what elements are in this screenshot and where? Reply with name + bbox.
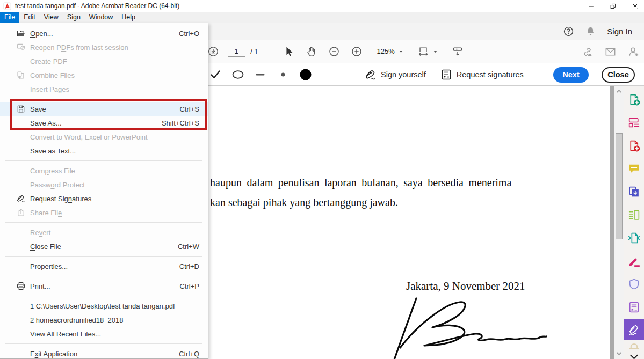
compress-pdf-icon	[627, 231, 641, 245]
sign-in-button[interactable]: Sign In	[607, 27, 632, 36]
scroll-up-icon[interactable]	[616, 88, 623, 95]
hand-tool-icon[interactable]	[306, 46, 317, 57]
document-text-line2: kan sebagai pihak yang bertanggung jawab…	[210, 196, 398, 209]
export-pdf-icon	[627, 139, 641, 152]
checkmark-icon[interactable]	[209, 68, 222, 81]
dash-tool-icon[interactable]	[254, 68, 267, 81]
toolbar-separator	[269, 44, 269, 59]
minimize-icon[interactable]	[588, 3, 595, 10]
printer-icon	[12, 281, 30, 291]
scroll-down-icon[interactable]	[616, 350, 623, 357]
menu-item-1-c-users-user-desktop-test-tanda-tangan-pdf[interactable]: 1 C:\Users\User\Desktop\test tanda tanga…	[0, 299, 208, 313]
menu-item-print[interactable]: Print...Ctrl+P	[0, 279, 208, 293]
menu-item-open[interactable]: Open...Ctrl+O	[0, 26, 208, 40]
ellipse-tool-icon[interactable]	[231, 68, 244, 81]
dot-small-icon[interactable]	[277, 68, 290, 81]
protect-pdf-icon	[627, 277, 641, 291]
envelope-icon[interactable]	[604, 46, 617, 58]
bell-icon[interactable]	[585, 26, 596, 37]
menu-item-label: Combine Files	[30, 71, 199, 79]
help-icon[interactable]	[563, 26, 574, 37]
zoom-in-icon[interactable]	[351, 46, 363, 57]
menu-item-label: Insert Pages	[30, 85, 199, 93]
pen-nib-icon	[12, 194, 30, 203]
handwritten-signature	[379, 294, 556, 359]
sidebar-tool-create-pdf[interactable]	[624, 88, 644, 111]
close-button[interactable]: Close	[602, 67, 635, 83]
organize-pages-icon	[627, 208, 641, 222]
menu-item-shortcut: Ctrl+O	[179, 30, 199, 38]
sidebar-tool-fill-sign-pencil[interactable]	[624, 250, 644, 273]
sidebar-tool-fill-and-sign[interactable]	[624, 319, 644, 340]
menu-item-label: View All Recent Files...	[30, 330, 199, 338]
sidebar-tool-edit-pdf[interactable]	[624, 111, 644, 134]
menu-item-shortcut: Ctrl+D	[179, 262, 199, 270]
sign-bar-separator	[352, 68, 352, 82]
zoom-caret-down-icon[interactable]	[399, 49, 403, 54]
fit-width-icon[interactable]	[417, 46, 429, 57]
select-arrow-icon[interactable]	[283, 46, 295, 57]
menu-item-label: 2 homeacrordrunified18_2018	[30, 316, 199, 324]
fill-sign-pencil-icon	[627, 254, 641, 268]
sign-yourself-button[interactable]: Sign yourself	[364, 68, 426, 81]
menu-item-view-all-recent-files[interactable]: View All Recent Files...	[0, 327, 208, 341]
sidebar-tool-compress-pdf[interactable]	[624, 226, 644, 250]
sidebar-tool-combine-files[interactable]	[624, 180, 644, 203]
zoom-level-label[interactable]: 125%	[377, 47, 394, 56]
download-circle-icon[interactable]	[207, 46, 219, 57]
window-title: test tanda tangan.pdf - Adobe Acrobat Re…	[15, 2, 179, 10]
menu-item-request-signatures[interactable]: Request Signatures	[0, 192, 208, 206]
menu-item-convert-to-word-excel-or-powerpoint: Convert to Word, Excel or PowerPoint	[0, 130, 208, 144]
request-signatures-button[interactable]: Request signatures	[440, 68, 524, 81]
reopen-icon	[12, 42, 30, 52]
sidebar-tool-export-pdf[interactable]	[624, 134, 644, 157]
menu-item-reopen-pdfs-from-last-session: Reopen PDFs from last session	[0, 40, 208, 54]
comment-icon	[627, 162, 641, 175]
menu-separator	[5, 256, 202, 257]
sidebar-tool-prepare-form[interactable]	[624, 296, 644, 319]
menubar-item-help[interactable]: Help	[117, 12, 140, 23]
fill-and-sign-icon	[627, 323, 641, 336]
menu-item-label: Request Signatures	[30, 195, 199, 203]
folder-open-icon	[12, 28, 30, 38]
person-add-icon[interactable]	[627, 46, 640, 58]
menu-item-compress-file: Compress File	[0, 164, 208, 178]
menu-item-properties[interactable]: Properties...Ctrl+D	[0, 259, 208, 273]
menu-separator	[5, 222, 202, 223]
menubar-item-window[interactable]: Window	[85, 12, 117, 23]
fit-caret-down-icon[interactable]	[433, 49, 438, 54]
menubar-item-view[interactable]: View	[40, 12, 63, 23]
menu-item-close-file[interactable]: Close FileCtrl+W	[0, 239, 208, 253]
pen-link-icon[interactable]	[581, 46, 594, 58]
dot-large-icon[interactable]	[299, 68, 312, 81]
sidebar-tool-organize-pages[interactable]	[624, 203, 644, 226]
sidebar-tool-comment[interactable]	[624, 157, 644, 180]
file-menu-panel: Open...Ctrl+OReopen PDFs from last sessi…	[0, 23, 208, 359]
zoom-out-icon[interactable]	[328, 46, 340, 57]
sidebar-tool-protect-pdf[interactable]	[624, 273, 644, 296]
page-number-input[interactable]: 1	[228, 46, 245, 57]
close-icon[interactable]	[632, 3, 639, 10]
menu-item-2-homeacrordrunified18-2018[interactable]: 2 homeacrordrunified18_2018	[0, 313, 208, 327]
menu-bar: FileEditViewSignWindowHelp	[0, 12, 644, 23]
menu-item-label: Properties...	[30, 262, 179, 270]
page-total-label: / 1	[250, 48, 258, 56]
vertical-scrollbar[interactable]	[614, 86, 624, 359]
share-icon	[12, 208, 30, 217]
restore-icon[interactable]	[610, 3, 617, 10]
sidebar-tool-stamp[interactable]	[624, 340, 644, 352]
sidebar-tool-more-tools-chevron[interactable]	[624, 352, 644, 359]
menubar-item-file[interactable]: File	[0, 12, 19, 23]
save-highlight-annotation	[10, 99, 207, 130]
menu-item-insert-pages: Insert Pages	[0, 82, 208, 96]
menubar-item-edit[interactable]: Edit	[19, 12, 40, 23]
scroll-mode-icon[interactable]	[452, 46, 464, 57]
menubar-item-sign[interactable]: Sign	[63, 12, 85, 23]
next-button[interactable]: Next	[553, 67, 589, 83]
menu-item-exit-application[interactable]: Exit ApplicationCtrl+Q	[0, 347, 208, 359]
sign-yourself-pen-icon	[364, 68, 377, 81]
scrollbar-thumb[interactable]	[616, 133, 623, 239]
menu-item-label: Password Protect	[30, 181, 199, 189]
menu-item-save-as-text[interactable]: Save as Text...	[0, 144, 208, 158]
stamp-icon	[627, 340, 641, 353]
